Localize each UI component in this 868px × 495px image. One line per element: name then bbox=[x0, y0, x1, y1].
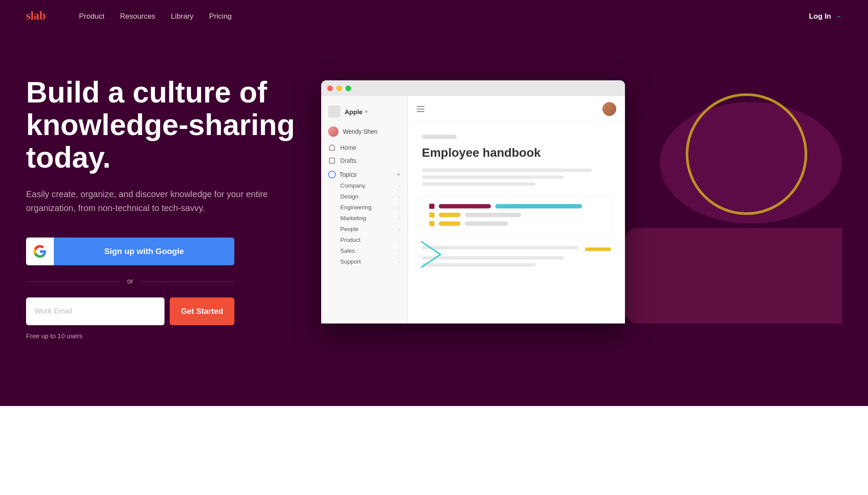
email-row: Get Started bbox=[26, 297, 234, 325]
triangle-decoration bbox=[417, 239, 443, 271]
main-content: Employee handbook bbox=[408, 96, 625, 323]
support-chevron-icon: › bbox=[399, 259, 401, 264]
login-arrow-icon: → bbox=[835, 12, 842, 21]
sidebar-topics[interactable]: Topics + bbox=[321, 167, 408, 180]
circle-decoration bbox=[686, 93, 807, 215]
logo[interactable]: slab bbox=[26, 10, 57, 23]
sidebar-user[interactable]: Wendy Shen bbox=[321, 124, 408, 139]
chart-bar-1b bbox=[495, 204, 582, 208]
engineering-chevron-icon: › bbox=[399, 205, 401, 210]
google-icon bbox=[26, 238, 54, 265]
main-toolbar bbox=[408, 96, 625, 122]
workspace-icon bbox=[328, 106, 340, 118]
login-button[interactable]: Log In → bbox=[809, 12, 842, 21]
chart-bar-1a bbox=[439, 204, 491, 208]
user-avatar bbox=[328, 126, 339, 137]
doc-line bbox=[422, 246, 578, 249]
topics-add-button[interactable]: + bbox=[397, 171, 401, 178]
workspace-name: Apple ▾ bbox=[345, 108, 368, 116]
accent-bar bbox=[585, 248, 611, 251]
google-signup-button[interactable]: Sign up with Google bbox=[26, 238, 234, 265]
doc-title: Employee handbook bbox=[422, 146, 611, 160]
drafts-icon bbox=[328, 157, 336, 165]
window-body: Apple ▾ Wendy Shen bbox=[321, 96, 625, 323]
hamburger-line bbox=[417, 111, 424, 112]
doc-line bbox=[422, 168, 592, 172]
sidebar-topic-support[interactable]: Support › bbox=[321, 256, 408, 267]
hamburger-menu-button[interactable] bbox=[417, 106, 424, 112]
hero-headline: Build a culture of knowledge-sharing tod… bbox=[26, 76, 312, 173]
window-close-dot[interactable] bbox=[327, 86, 333, 91]
chart-dot-1 bbox=[429, 204, 434, 209]
free-tier-text: Free up to 10 users bbox=[26, 332, 312, 340]
sidebar-drafts[interactable]: Drafts bbox=[321, 154, 408, 167]
hero-section: Build a culture of knowledge-sharing tod… bbox=[0, 33, 868, 406]
app-window: Apple ▾ Wendy Shen bbox=[321, 80, 625, 323]
hero-subtext: Easily create, organize, and discover kn… bbox=[26, 187, 269, 215]
chart-bar-3a bbox=[439, 221, 460, 226]
chart-row-1 bbox=[429, 204, 604, 209]
chart-bar-2a bbox=[439, 213, 460, 217]
blob-bottom-right bbox=[625, 228, 842, 323]
email-input[interactable] bbox=[26, 297, 164, 325]
home-label: Home bbox=[340, 144, 356, 151]
nav-links: Product Resources Library Pricing bbox=[79, 12, 232, 21]
get-started-button[interactable]: Get Started bbox=[170, 297, 234, 325]
sidebar: Apple ▾ Wendy Shen bbox=[321, 96, 408, 323]
google-signup-label: Sign up with Google bbox=[54, 247, 234, 256]
svg-rect-1 bbox=[329, 158, 335, 163]
sidebar-topic-design[interactable]: Design › bbox=[321, 191, 408, 202]
sidebar-topic-company[interactable]: Company › bbox=[321, 180, 408, 191]
design-chevron-icon: › bbox=[399, 194, 401, 199]
sidebar-topic-people[interactable]: People › bbox=[321, 224, 408, 234]
product-chevron-icon: › bbox=[399, 238, 401, 243]
doc-chart bbox=[422, 196, 611, 237]
topics-label: Topics bbox=[339, 171, 357, 178]
sidebar-topic-engineering[interactable]: Engineering › bbox=[321, 202, 408, 213]
company-chevron-icon: › bbox=[399, 183, 401, 188]
hamburger-line bbox=[417, 109, 424, 109]
user-avatar-top[interactable] bbox=[602, 102, 616, 116]
nav-product[interactable]: Product bbox=[79, 12, 105, 20]
doc-line bbox=[422, 175, 564, 179]
divider-line-right bbox=[140, 281, 234, 282]
workspace-chevron-icon: ▾ bbox=[365, 109, 368, 115]
drafts-label: Drafts bbox=[340, 157, 356, 164]
bottom-section bbox=[0, 406, 868, 495]
chart-row-3 bbox=[429, 221, 604, 226]
user-name: Wendy Shen bbox=[343, 128, 378, 135]
doc-breadcrumb bbox=[422, 135, 457, 139]
or-text: or bbox=[127, 277, 133, 285]
hamburger-line bbox=[417, 106, 424, 107]
window-minimize-dot[interactable] bbox=[336, 86, 342, 91]
workspace-selector[interactable]: Apple ▾ bbox=[321, 102, 408, 124]
chart-row-2 bbox=[429, 212, 604, 218]
sales-chevron-icon: › bbox=[399, 248, 401, 254]
sidebar-topic-product[interactable]: Product › bbox=[321, 234, 408, 245]
doc-line-accent-1 bbox=[422, 246, 611, 253]
hero-left: Build a culture of knowledge-sharing tod… bbox=[26, 59, 312, 340]
sidebar-topic-sales[interactable]: Sales › bbox=[321, 245, 408, 256]
chart-bar-2b bbox=[465, 213, 521, 217]
doc-line bbox=[422, 256, 564, 260]
sidebar-home[interactable]: Home bbox=[321, 141, 408, 154]
hero-right: Apple ▾ Wendy Shen bbox=[312, 59, 842, 323]
navbar: slab Product Resources Library Pricing L… bbox=[0, 0, 868, 33]
svg-text:slab: slab bbox=[26, 10, 46, 21]
doc-lines-bottom bbox=[422, 246, 611, 267]
or-divider: or bbox=[26, 277, 234, 285]
home-icon bbox=[328, 144, 336, 152]
chart-dot-3 bbox=[429, 221, 434, 226]
nav-pricing[interactable]: Pricing bbox=[209, 12, 232, 20]
topics-icon bbox=[328, 171, 336, 178]
marketing-chevron-icon: › bbox=[399, 216, 401, 221]
window-maximize-dot[interactable] bbox=[345, 86, 351, 91]
window-titlebar bbox=[321, 80, 625, 96]
nav-resources[interactable]: Resources bbox=[120, 12, 155, 20]
people-chevron-icon: › bbox=[399, 227, 401, 232]
sidebar-topic-marketing[interactable]: Marketing › bbox=[321, 213, 408, 224]
chart-dot-2 bbox=[429, 212, 434, 218]
chart-bar-3b bbox=[465, 221, 508, 226]
nav-library[interactable]: Library bbox=[171, 12, 194, 20]
divider-line-left bbox=[26, 281, 120, 282]
